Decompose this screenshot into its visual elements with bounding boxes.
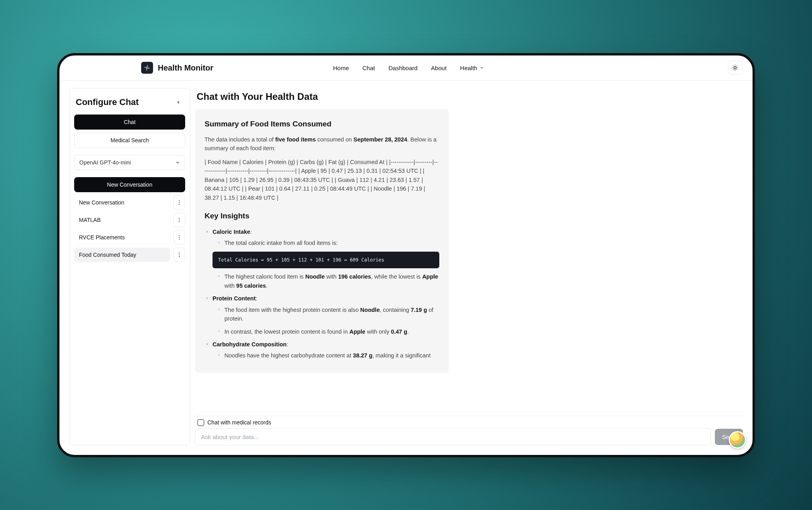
chevron-down-icon xyxy=(480,66,484,70)
page-title: Chat with Your Health Data xyxy=(195,88,743,109)
chat-area: Summary of Food Items Consumed The data … xyxy=(195,109,743,413)
caloric-total-line: The total caloric intake from all food i… xyxy=(216,239,439,247)
svg-point-4 xyxy=(179,204,180,204)
svg-point-1 xyxy=(734,67,736,69)
conversation-menu-button[interactable] xyxy=(173,248,185,262)
conversation-row: RVCE Placements xyxy=(74,230,185,244)
more-vertical-icon xyxy=(176,200,182,205)
insight-carbs: Carbohydrate Composition: Noodles have t… xyxy=(205,340,439,360)
more-vertical-icon xyxy=(176,217,182,223)
chat-input[interactable] xyxy=(195,428,711,445)
sidebar: Configure Chat Chat Medical Search OpenA… xyxy=(69,88,190,445)
svg-point-9 xyxy=(179,237,180,237)
app-window: Health Monitor Home Chat Dashboard About… xyxy=(57,53,755,457)
medical-records-checkbox[interactable] xyxy=(197,419,204,426)
conversation-row: MATLAB xyxy=(74,213,185,227)
nav-links: Home Chat Dashboard About Health xyxy=(333,65,484,71)
insights-list: Caloric Intake: The total caloric intake… xyxy=(205,227,439,360)
insight-caloric: Caloric Intake: The total caloric intake… xyxy=(205,227,439,290)
medical-records-label: Chat with medical records xyxy=(207,419,271,426)
nav-chat[interactable]: Chat xyxy=(362,65,375,71)
protein-high-line: The food item with the highest protein c… xyxy=(216,306,439,323)
caloric-code-block: Total Calories = 95 + 105 + 112 + 101 + … xyxy=(213,252,439,269)
svg-point-10 xyxy=(179,239,180,239)
model-select-value: OpenAI GPT-4o-mini xyxy=(79,159,131,166)
mode-tabs: Chat Medical Search xyxy=(74,115,185,148)
sidebar-title: Configure Chat xyxy=(76,97,139,107)
summary-intro: The data includes a total of five food i… xyxy=(205,135,439,153)
more-vertical-icon xyxy=(176,235,182,240)
conversation-item[interactable]: MATLAB xyxy=(74,213,170,227)
brand-title: Health Monitor xyxy=(158,63,213,73)
svg-point-6 xyxy=(179,219,180,220)
chevron-down-icon xyxy=(175,160,180,165)
chevron-left-icon xyxy=(176,100,181,105)
sidebar-header: Configure Chat xyxy=(74,95,185,115)
brand: Health Monitor xyxy=(141,62,213,74)
body: Configure Chat Chat Medical Search OpenA… xyxy=(59,81,753,455)
svg-point-2 xyxy=(179,200,180,201)
nav-about[interactable]: About xyxy=(431,65,446,71)
nav-dashboard[interactable]: Dashboard xyxy=(389,65,417,71)
main: Chat with Your Health Data Summary of Fo… xyxy=(195,88,743,445)
input-row: Send xyxy=(195,428,743,445)
svg-point-5 xyxy=(179,218,180,218)
nav-health-label: Health xyxy=(460,65,477,71)
carb-high-line: Noodles have the highest carbohydrate co… xyxy=(216,351,439,360)
nav-health[interactable]: Health xyxy=(460,65,483,71)
nav-home[interactable]: Home xyxy=(333,65,349,71)
input-bar: Chat with medical records Send xyxy=(195,416,743,445)
caloric-highlow-line: The highest caloric food item is Noodle … xyxy=(216,272,439,290)
svg-point-7 xyxy=(179,221,180,222)
top-nav: Health Monitor Home Chat Dashboard About… xyxy=(59,55,753,81)
user-avatar[interactable] xyxy=(729,431,746,449)
assistant-message: Summary of Food Items Consumed The data … xyxy=(195,109,449,373)
tab-chat[interactable]: Chat xyxy=(74,115,185,130)
svg-point-12 xyxy=(179,254,180,255)
sun-icon xyxy=(732,64,739,71)
conversation-item[interactable]: New Conversation xyxy=(74,195,170,210)
more-vertical-icon xyxy=(176,252,182,258)
summary-table-raw: | Food Name | Calories | Protein (g) | C… xyxy=(205,158,439,202)
svg-point-13 xyxy=(179,256,180,257)
svg-point-3 xyxy=(179,202,180,202)
svg-point-0 xyxy=(146,67,148,69)
medical-records-toggle-row: Chat with medical records xyxy=(195,419,743,426)
tab-medical-search[interactable]: Medical Search xyxy=(74,133,185,148)
conversation-list: New Conversation MATLAB RVCE Placements xyxy=(74,195,185,262)
summary-heading: Summary of Food Items Consumed xyxy=(205,118,439,130)
insight-protein: Protein Content: The food item with the … xyxy=(205,294,439,336)
conversation-item[interactable]: RVCE Placements xyxy=(74,230,170,244)
conversation-row: Food Consumed Today xyxy=(74,248,185,262)
conversation-row: New Conversation xyxy=(74,195,185,210)
svg-point-11 xyxy=(179,252,180,253)
brand-logo-icon xyxy=(141,62,153,74)
new-conversation-button[interactable]: New Conversation xyxy=(74,177,185,192)
svg-point-8 xyxy=(179,235,180,236)
protein-low-line: In contrast, the lowest protein content … xyxy=(216,327,439,336)
theme-toggle-button[interactable] xyxy=(728,61,742,75)
sidebar-collapse-button[interactable] xyxy=(173,97,184,107)
conversation-menu-button[interactable] xyxy=(173,195,185,210)
insights-heading: Key Insights xyxy=(205,210,439,222)
conversation-menu-button[interactable] xyxy=(173,230,185,244)
conversation-item-active[interactable]: Food Consumed Today xyxy=(74,248,170,262)
conversation-menu-button[interactable] xyxy=(173,213,185,227)
model-select[interactable]: OpenAI GPT-4o-mini xyxy=(74,155,185,170)
